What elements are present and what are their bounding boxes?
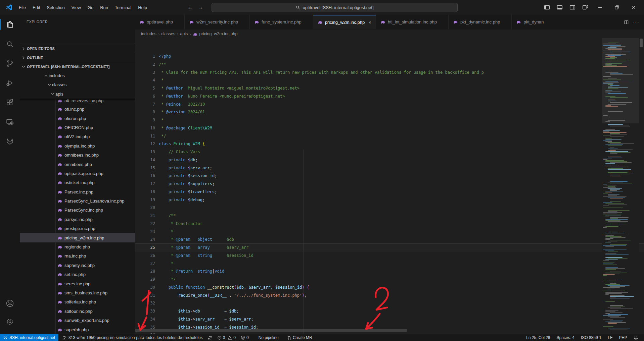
line-number[interactable]: 26 — [135, 252, 155, 260]
back-button[interactable]: ← — [187, 4, 193, 11]
tree-file-item[interactable]: soltour.inc.php — [20, 307, 135, 316]
line-number[interactable]: 25 — [135, 244, 155, 252]
code-line[interactable]: 22 * Constructor — [135, 220, 644, 228]
tab-htl_int_simulation.inc.php[interactable]: htl_int_simulation.inc.php — [376, 15, 449, 29]
code-line[interactable]: 2/** — [135, 61, 644, 69]
tree-file-item[interactable]: pricing_w2m.inc.php — [20, 233, 135, 242]
line-number[interactable]: 16 — [135, 172, 155, 180]
tab-pkt_dynan[interactable]: pkt_dynan — [512, 15, 563, 29]
toggle-sidebar-icon[interactable] — [542, 2, 552, 12]
code-line[interactable]: 23 * — [135, 228, 644, 236]
tree-file-item[interactable]: sef.inc.php — [20, 270, 135, 279]
tree-file-item[interactable]: regiondo.php — [20, 242, 135, 251]
tab-close-icon[interactable]: × — [368, 19, 371, 25]
restore-icon[interactable] — [610, 0, 624, 15]
tab-optitravel.php[interactable]: optitravel.php — [135, 15, 185, 29]
code-line[interactable]: 15 private $serv_arr; — [135, 164, 644, 172]
line-number[interactable]: 22 — [135, 220, 155, 228]
split-editor-icon[interactable] — [624, 20, 629, 25]
activity-source-control-icon[interactable] — [0, 55, 20, 71]
breadcrumb-item-classes[interactable]: classes — [161, 32, 175, 36]
line-number[interactable]: 34 — [135, 316, 155, 324]
create-mr-status[interactable]: Create MR — [285, 334, 314, 341]
code-line[interactable]: 5 * @author Miguel Monteiro <miguel.mont… — [135, 84, 644, 93]
remote-indicator[interactable]: SSH: internal.optigest.net — [0, 334, 58, 341]
git-branch-status[interactable]: 313-w2m-1950-pricing-en-simulacion-para-… — [61, 334, 204, 341]
encoding-status[interactable]: ISO 8859-1 — [579, 334, 603, 341]
tree-file-item[interactable]: ofi.inc.php — [20, 105, 135, 114]
line-number[interactable]: 2 — [135, 61, 155, 69]
customize-layout-icon[interactable] — [580, 2, 590, 12]
code-line[interactable]: 17 private $suppliers; — [135, 180, 644, 188]
language-mode-status[interactable]: PHP — [617, 334, 629, 341]
more-actions-icon[interactable]: ··· — [633, 19, 639, 25]
tree-file-item[interactable]: sunweb_export.inc.php — [20, 316, 135, 325]
line-number[interactable]: 11 — [135, 132, 155, 140]
tab-func_system.inc.php[interactable]: func_system.inc.php — [250, 15, 313, 29]
line-number[interactable]: 3 — [135, 69, 155, 77]
tree-file-item[interactable]: oficron.php — [20, 114, 135, 123]
line-number[interactable]: 21 — [135, 212, 155, 220]
sidebar-section-open-editors[interactable]: OPEN EDITORS — [20, 44, 135, 53]
line-number[interactable]: 15 — [135, 164, 155, 172]
line-number[interactable]: 9 — [135, 116, 155, 124]
code-line[interactable]: 26 * @param string $session_id — [135, 252, 644, 260]
tree-file-item[interactable]: rna.inc.php — [20, 251, 135, 261]
line-number[interactable]: 4 — [135, 76, 155, 84]
activity-explorer-icon[interactable] — [0, 16, 20, 33]
line-number[interactable]: 6 — [135, 93, 155, 101]
tree-file-item[interactable]: saphety.inc.php — [20, 261, 135, 270]
tree-file-item[interactable]: parsys.inc.php — [20, 215, 135, 224]
problems-status[interactable]: 00 — [216, 334, 237, 341]
code-line[interactable]: 4 * — [135, 76, 644, 84]
code-line[interactable]: 27 * — [135, 260, 644, 268]
indentation-status[interactable]: Spaces: 4 — [555, 334, 576, 341]
breadcrumb-item-apis[interactable]: apis — [180, 32, 188, 36]
code-line[interactable]: 1<?php — [135, 53, 644, 61]
sidebar-root-folder[interactable]: OPTITRAVEL [SSH: INTERNAL.OPTIGEST.NET] — [20, 62, 135, 71]
menu-help[interactable]: Help — [135, 3, 150, 12]
tree-file-item[interactable]: OFICRON.php — [20, 123, 135, 132]
forward-button[interactable]: → — [198, 4, 203, 11]
menu-terminal[interactable]: Terminal — [111, 3, 135, 12]
tree-file-item[interactable]: ParsecSync_Lusanova.inc.php — [20, 196, 135, 206]
line-number[interactable]: 27 — [135, 260, 155, 268]
eol-status[interactable]: LF — [606, 334, 614, 341]
menu-file[interactable]: File — [15, 3, 29, 12]
minimize-icon[interactable] — [593, 0, 607, 15]
line-number[interactable]: 17 — [135, 180, 155, 188]
code-line[interactable]: 29 */ — [135, 276, 644, 284]
code-line[interactable]: 31 require_once(__DIR__ . '/../../func_s… — [135, 292, 644, 300]
menu-view[interactable]: View — [68, 3, 84, 12]
code-line[interactable]: 12class Pricing_W2M { — [135, 140, 644, 148]
line-number[interactable]: 30 — [135, 284, 155, 292]
tree-file-item[interactable]: olympia.inc.php — [20, 141, 135, 151]
cursor-position-status[interactable]: Ln 25, Col 29 — [524, 334, 552, 341]
line-number[interactable]: 10 — [135, 124, 155, 132]
code-line[interactable]: 16 private $session_id; — [135, 172, 644, 180]
code-line[interactable]: 13 // Class Vars — [135, 148, 644, 156]
breadcrumb-item-includes[interactable]: includes — [141, 32, 156, 36]
tree-file-item[interactable]: optipackage.inc.php — [20, 169, 135, 178]
line-number[interactable]: 5 — [135, 84, 155, 93]
tree-file-item[interactable]: prestige.inc.php — [20, 224, 135, 233]
activity-account-icon[interactable] — [0, 295, 20, 311]
line-number[interactable]: 14 — [135, 156, 155, 164]
menu-go[interactable]: Go — [84, 3, 97, 12]
tree-file-item[interactable]: osticket.inc.php — [20, 178, 135, 187]
tree-folder-apis[interactable]: apis — [20, 90, 135, 99]
line-number[interactable]: 32 — [135, 299, 155, 307]
line-number[interactable]: 29 — [135, 276, 155, 284]
close-icon[interactable] — [627, 0, 641, 15]
vertical-scrollbar[interactable] — [640, 39, 643, 47]
line-number[interactable]: 28 — [135, 268, 155, 276]
menu-selection[interactable]: Selection — [43, 3, 68, 12]
code-line[interactable]: 9 * — [135, 116, 644, 124]
activity-run-and-debug-icon[interactable] — [0, 75, 20, 91]
code-line[interactable]: 32 — [135, 299, 644, 307]
code-editor[interactable]: 1<?php2/**3 * Class for the W2M Pricing … — [135, 38, 644, 334]
tree-file-item[interactable]: superbb.php — [20, 325, 135, 334]
line-number[interactable]: 7 — [135, 101, 155, 109]
code-line[interactable]: 11 */ — [135, 132, 644, 140]
tree-file-item[interactable]: Parsec.inc.php — [20, 187, 135, 196]
